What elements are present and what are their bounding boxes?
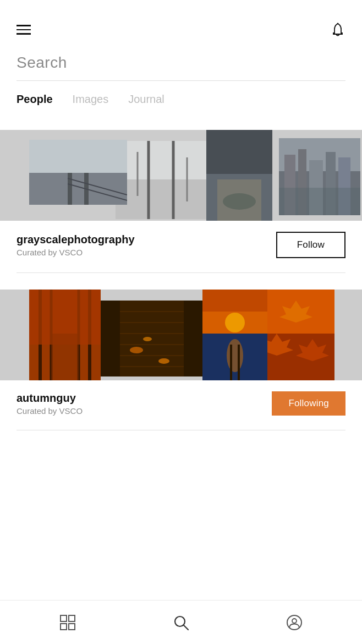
svg-rect-61 [61, 624, 67, 630]
svg-rect-59 [61, 615, 67, 621]
image-strip-grayscale [0, 130, 362, 221]
autumn-image-strip [0, 290, 362, 380]
svg-rect-33 [51, 334, 79, 380]
svg-rect-7 [29, 140, 127, 173]
svg-point-17 [223, 193, 256, 210]
svg-rect-51 [230, 345, 232, 380]
result-card-grayscale: grayscalephotography Curated by VSCO Fol… [0, 130, 362, 258]
svg-rect-60 [69, 615, 75, 621]
autumn-photo-4 [257, 290, 334, 380]
autumn-card-text: autumnguy Curated by VSCO [17, 392, 83, 416]
autumn-card-info: autumnguy Curated by VSCO Following [0, 380, 362, 416]
grid-nav-button[interactable] [59, 614, 76, 631]
svg-rect-25 [279, 188, 360, 215]
svg-rect-62 [69, 624, 75, 630]
autumn-username: autumnguy [17, 392, 83, 405]
svg-point-0 [337, 23, 339, 25]
grayscale-image-strip [0, 130, 362, 221]
svg-rect-2 [29, 173, 127, 205]
result-card-autumn: autumnguy Curated by VSCO Following [0, 290, 362, 416]
bottom-navigation [0, 600, 362, 644]
follow-button-grayscale[interactable]: Follow [276, 232, 345, 258]
search-section: Search [0, 48, 362, 72]
profile-nav-button[interactable] [286, 614, 303, 631]
grayscale-card-text: grayscalephotography Curated by VSCO [17, 233, 135, 257]
search-nav-button[interactable] [172, 614, 190, 631]
search-label[interactable]: Search [17, 54, 67, 71]
header [0, 0, 362, 48]
card-divider-2 [17, 430, 345, 430]
autumn-curated: Curated by VSCO [17, 406, 83, 416]
grayscale-username: grayscalephotography [17, 233, 135, 246]
svg-point-66 [292, 619, 297, 623]
tab-journal[interactable]: Journal [128, 93, 164, 108]
notifications-button[interactable] [330, 22, 345, 37]
svg-point-43 [158, 358, 169, 364]
grayscale-photo-2 [116, 141, 206, 219]
svg-point-44 [143, 337, 152, 341]
grayscale-card-info: grayscalephotography Curated by VSCO Fol… [0, 221, 362, 258]
svg-point-42 [130, 347, 143, 353]
grayscale-photo-4 [279, 138, 360, 215]
tabs-container: People Images Journal [0, 81, 362, 113]
tab-images[interactable]: Images [73, 93, 109, 108]
svg-rect-52 [238, 345, 240, 380]
image-strip-autumn [0, 290, 362, 380]
svg-point-48 [225, 313, 245, 332]
svg-rect-3 [68, 167, 72, 205]
tab-people[interactable]: People [17, 93, 53, 108]
svg-point-50 [227, 339, 243, 372]
autumn-photo-2 [98, 301, 206, 376]
hamburger-menu-button[interactable] [17, 25, 31, 35]
svg-rect-15 [206, 130, 272, 174]
card-divider-1 [17, 272, 345, 273]
svg-line-64 [184, 625, 188, 630]
autumn-photo-1 [29, 290, 101, 380]
grayscale-photo-3 [206, 130, 272, 221]
svg-rect-4 [84, 170, 89, 205]
following-button-autumn[interactable]: Following [272, 391, 345, 416]
grayscale-photo-1 [29, 140, 127, 205]
grayscale-curated: Curated by VSCO [17, 248, 135, 257]
autumn-photo-3 [202, 290, 267, 380]
svg-rect-9 [116, 179, 206, 219]
